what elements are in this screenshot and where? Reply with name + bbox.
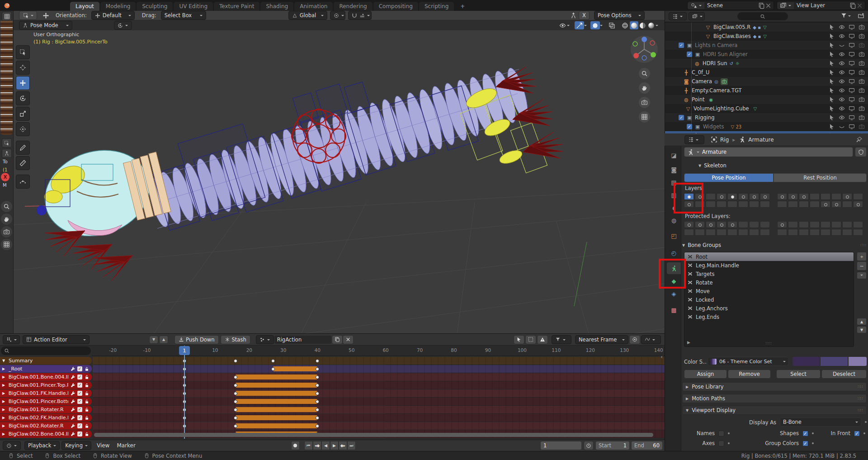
layer-toggle[interactable] (760, 201, 770, 208)
layer-toggle[interactable] (760, 221, 770, 228)
hide-eye-icon[interactable] (839, 24, 845, 30)
move-group-down-button[interactable]: ▼ (857, 326, 867, 333)
hide-eye-icon[interactable] (839, 78, 845, 85)
object-name[interactable]: HDRI Sun (703, 60, 727, 66)
keyframe-dot[interactable] (271, 367, 275, 371)
view-layer-icon[interactable] (777, 2, 794, 9)
outliner-row[interactable]: ✓ HDRI Sun ↺ ☼ (665, 59, 868, 68)
layer-toggle[interactable] (842, 201, 852, 208)
bone-group-item[interactable]: Leg.Anchors (684, 304, 854, 313)
selectable-icon[interactable] (829, 123, 835, 130)
layer-toggle[interactable] (853, 221, 863, 228)
jump-to-start-button[interactable]: ⏮ (304, 441, 313, 450)
properties-tab-world[interactable]: ◍ (667, 214, 681, 226)
key-row[interactable] (93, 373, 665, 381)
camera-view-icon[interactable] (1, 226, 12, 237)
layer-toggle[interactable] (799, 201, 809, 208)
object-name[interactable]: VolumeLighting.Cube (693, 105, 749, 112)
action-copy-button[interactable] (332, 335, 343, 344)
shading-rendered[interactable] (647, 21, 656, 29)
color-set-dropdown[interactable]: 06 - Theme Color Set (708, 357, 789, 366)
color-swatch-active[interactable] (849, 357, 867, 366)
transform-orientation-dropdown[interactable]: Global (288, 11, 327, 20)
bone-group-name[interactable]: Move (696, 288, 710, 294)
keyframe-dot[interactable] (234, 384, 237, 387)
key-row[interactable] (93, 398, 665, 405)
key-row[interactable] (93, 389, 665, 397)
properties-tab-tool[interactable]: ◪ (667, 149, 681, 161)
overlays-toggle[interactable] (590, 21, 600, 29)
next-keyframe-button[interactable]: ◆▸ (339, 441, 347, 450)
selectable-icon[interactable] (829, 60, 835, 66)
copy-icon[interactable] (849, 2, 856, 9)
gizmo-extra-dropdown[interactable] (114, 21, 132, 30)
object-name[interactable]: Rigging (695, 114, 715, 121)
object-name[interactable]: Camera (692, 78, 712, 85)
breadcrumb-object[interactable]: Rig (720, 137, 729, 143)
properties-tab-texture[interactable]: ▩ (667, 304, 681, 316)
keyframe-dot[interactable] (316, 384, 319, 387)
bone-group-item[interactable]: Root (684, 252, 854, 261)
navigation-gizmo[interactable] (629, 34, 659, 64)
pin-icon[interactable] (856, 136, 863, 143)
prev-keyframe-button[interactable]: ◂◆ (313, 441, 321, 450)
layer-toggle[interactable] (738, 221, 748, 228)
channel-Summary[interactable]: ▼Summary (0, 357, 92, 365)
render-disable-icon[interactable] (859, 60, 865, 66)
bone-group-item[interactable]: Locked (684, 295, 854, 304)
keyframe-dot[interactable] (316, 359, 319, 363)
view-layer-selector[interactable]: View Layer (777, 1, 865, 10)
object-visibility-dropdown[interactable] (558, 21, 571, 29)
layer-toggle[interactable] (749, 201, 759, 208)
outliner-row[interactable]: ✓ HDRI Sun Aligner (665, 50, 868, 59)
active-tool-icon[interactable] (19, 11, 37, 20)
hide-eye-icon[interactable] (839, 114, 845, 121)
filter-dropdown[interactable] (552, 335, 571, 344)
gizmos-toggle[interactable] (575, 21, 584, 29)
motion-paths-panel[interactable]: ▶Motion Paths∷∷ (682, 394, 867, 403)
layer-toggle[interactable] (831, 221, 841, 228)
orientation-dropdown[interactable]: Default (91, 11, 135, 20)
channel-BigClaw.001.Pincer.Botto[interactable]: ▶BigClaw.001.Pincer.Botto✓ (0, 398, 92, 405)
object-name[interactable]: Lights n Camera (695, 42, 737, 48)
action-editor-mode-dropdown[interactable]: Action Editor (23, 335, 90, 344)
mini-mode-icon[interactable] (2, 149, 12, 158)
selectable-icon[interactable] (829, 87, 835, 94)
close-icon[interactable] (856, 2, 863, 9)
layers-grid[interactable] (684, 193, 867, 209)
xray-toggle[interactable] (607, 21, 617, 29)
tool-tweak[interactable] (16, 45, 30, 59)
layer-toggle[interactable] (717, 229, 726, 236)
bone-group-name[interactable]: Leg.Ends (696, 314, 719, 320)
color-swatch-select[interactable] (821, 357, 848, 366)
layer-toggle[interactable] (738, 201, 748, 208)
layer-toggle[interactable] (749, 229, 759, 236)
viewport-disable-icon[interactable] (849, 123, 855, 130)
properties-editor-type[interactable] (684, 135, 704, 144)
channel-BigClaw.001.FK.Handle.R[interactable]: ▶BigClaw.001.FK.Handle.R✓ (0, 389, 92, 397)
viewport-disable-icon[interactable] (849, 87, 855, 94)
layer-toggle[interactable] (788, 221, 798, 228)
bone-group-name[interactable]: Leg.Anchors (696, 305, 728, 312)
scene-selector[interactable]: Scene (687, 1, 774, 10)
channel-BigClaw.002.Bone.004.IK[interactable]: ▶BigClaw.002.Bone.004.IK✓ (0, 430, 92, 438)
object-name[interactable]: Point (692, 96, 705, 103)
pan-hand-icon[interactable] (1, 213, 12, 225)
keyframe-dot[interactable] (234, 424, 237, 428)
keyframe-dot[interactable] (316, 392, 319, 395)
bone-group-name[interactable]: Root (696, 254, 708, 260)
rest-position-button[interactable]: Rest Position (774, 173, 867, 182)
layer-toggle[interactable] (684, 229, 694, 236)
selectable-icon[interactable] (829, 78, 835, 85)
hide-channels-icon[interactable] (525, 335, 536, 344)
key-row[interactable] (93, 381, 665, 389)
selectable-icon[interactable] (829, 24, 835, 30)
timeline-editor-type[interactable] (3, 441, 21, 450)
outliner-row[interactable]: ✓ Widgets 23 (665, 122, 868, 131)
snap-mode-dropdown[interactable]: Nearest Frame (575, 335, 628, 344)
layer-toggle[interactable] (706, 201, 716, 208)
list-resize-grip[interactable]: ∷∷ (766, 341, 772, 346)
layer-toggle[interactable] (777, 201, 787, 208)
channel-BigClaw.002.FK.Handle.R[interactable]: ▶BigClaw.002.FK.Handle.R✓ (0, 414, 92, 422)
keyframe-dot[interactable] (234, 400, 237, 403)
